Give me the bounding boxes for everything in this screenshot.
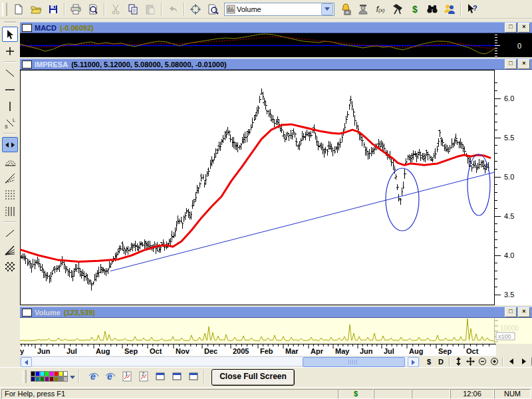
undo-button[interactable] <box>165 2 181 17</box>
palette-swatch[interactable] <box>63 376 68 382</box>
macd-plot[interactable]: 0 <box>20 33 532 57</box>
metastock-full-screen-window: { "top_toolbar": { "dropdown": {"value":… <box>0 0 532 399</box>
crosshair-button[interactable] <box>2 43 18 59</box>
price-axis-label: 3.5 <box>504 291 514 299</box>
report-1-button[interactable]: 1 <box>118 368 135 384</box>
toolbar-separator <box>3 133 17 134</box>
palette-swatch[interactable] <box>40 376 45 382</box>
options-dollar-button[interactable]: $ <box>407 2 423 17</box>
horizontal-scrollbar[interactable] <box>20 356 420 366</box>
vertical-line-button[interactable] <box>2 98 18 114</box>
maximize-button[interactable]: □ <box>505 23 517 33</box>
toolbar-grip[interactable] <box>2 3 7 16</box>
copy-button[interactable] <box>125 2 141 17</box>
close-button[interactable]: × <box>518 59 530 69</box>
palette-swatch[interactable] <box>40 371 45 376</box>
scroll-arrows-button[interactable] <box>2 137 18 152</box>
toolbar-separator <box>502 358 503 366</box>
palette-more-button[interactable] <box>68 373 76 381</box>
window-layout-2-button[interactable] <box>168 368 185 384</box>
scrollbar-right-button[interactable] <box>408 357 419 367</box>
trendline-up-button[interactable] <box>2 225 18 241</box>
palette-swatch[interactable] <box>35 371 40 376</box>
fibonacci-retracement-button[interactable] <box>2 187 18 202</box>
price-pane-titlebar[interactable]: IMPRESA (5.11000, 5.12000, 5.08000, 5.08… <box>20 59 532 70</box>
crosshatch-button[interactable] <box>2 259 18 274</box>
scrollbar-thumb[interactable] <box>303 357 405 367</box>
palette-swatch[interactable] <box>49 371 54 376</box>
zoom-out-button[interactable] <box>476 356 488 367</box>
volume-plot[interactable]: 10000x100 <box>20 318 532 344</box>
maximize-button[interactable]: □ <box>505 59 517 69</box>
close-button[interactable]: × <box>518 307 530 317</box>
palette-swatch[interactable] <box>49 376 54 382</box>
system-tester-button[interactable] <box>442 2 458 17</box>
price-axis-label: 6.0 <box>504 94 514 102</box>
print-preview-button[interactable] <box>85 2 101 17</box>
speed-lines-button[interactable] <box>2 242 18 257</box>
chart-list-button[interactable] <box>529 356 532 367</box>
chart-browser-alt-button[interactable]: e <box>102 368 118 384</box>
svg-text:1: 1 <box>125 371 128 377</box>
page-right-button[interactable] <box>517 356 529 367</box>
chart-browser-button[interactable]: e <box>85 368 102 384</box>
toolbar-grip[interactable] <box>23 370 27 383</box>
palette-swatch[interactable] <box>63 371 68 376</box>
palette-swatch[interactable] <box>54 371 59 376</box>
refresh-dollar-button[interactable]: $ <box>423 356 435 367</box>
window-layout-1-button[interactable] <box>152 368 168 384</box>
page-left-button[interactable] <box>505 356 517 367</box>
zoom-page-button[interactable] <box>205 2 221 17</box>
indicator-dropdown[interactable]: Volume <box>224 3 334 16</box>
price-axis-label: 4.5 <box>504 212 514 220</box>
cut-button[interactable] <box>108 2 124 17</box>
report-2-button[interactable]: 2 <box>135 368 152 384</box>
close-full-screen-button[interactable]: Close Full Screen <box>211 369 295 386</box>
palette-swatch[interactable] <box>31 376 35 382</box>
month-label: Aug <box>409 347 423 355</box>
palette-swatch[interactable] <box>59 371 63 376</box>
expert-advisor-button[interactable] <box>355 2 371 17</box>
horizontal-line-button[interactable] <box>2 82 18 97</box>
pan-button[interactable] <box>464 356 476 367</box>
new-document-button[interactable] <box>11 2 27 17</box>
dropdown-arrow-button[interactable] <box>321 3 333 15</box>
fibonacci-fan-button[interactable] <box>2 170 18 186</box>
palette-swatch[interactable] <box>54 376 59 382</box>
macd-pane-titlebar[interactable]: MACD (-0.06092) □ × <box>20 22 532 33</box>
trendline-down-button[interactable] <box>2 65 18 80</box>
paste-button[interactable] <box>142 2 158 17</box>
crosshair-target-button[interactable] <box>188 2 203 17</box>
alert-button[interactable] <box>338 2 354 17</box>
volume-pane-titlebar[interactable]: Volume (123,539) □ × <box>20 307 532 318</box>
semilog-button[interactable]: SL <box>2 115 18 130</box>
explorer-button[interactable] <box>390 2 406 17</box>
save-button[interactable] <box>45 2 61 17</box>
month-label: Oct <box>466 347 479 355</box>
print-button[interactable] <box>68 2 84 17</box>
window-layout-3-button[interactable] <box>185 368 201 384</box>
palette-swatch[interactable] <box>31 371 35 376</box>
status-currency: $ <box>338 389 374 399</box>
zoom-in-button[interactable] <box>488 356 500 367</box>
palette-swatch[interactable] <box>35 376 40 382</box>
fibonacci-arcs-button[interactable] <box>2 154 18 169</box>
scrollbar-left-button[interactable] <box>21 357 32 367</box>
indicator-builder-button[interactable]: f(x) <box>372 2 388 17</box>
palette-swatch[interactable] <box>59 376 63 382</box>
close-button[interactable]: × <box>518 23 530 33</box>
palette-swatch[interactable] <box>45 376 49 382</box>
volume-pane-value: (123,539) <box>64 309 95 317</box>
daily-period-button[interactable]: D <box>435 356 447 367</box>
help-pointer-button[interactable]: ? <box>464 2 480 17</box>
palette-swatch[interactable] <box>45 371 49 376</box>
price-plot[interactable]: 6.05.55.04.54.03.5 <box>20 70 532 305</box>
toolbar-grip[interactable] <box>4 21 16 23</box>
svg-text:?: ? <box>473 4 477 12</box>
maximize-button[interactable]: □ <box>505 307 517 317</box>
find-button[interactable] <box>424 2 440 17</box>
open-folder-button[interactable] <box>28 2 44 17</box>
pointer-button[interactable] <box>2 27 18 42</box>
fit-vertical-button[interactable] <box>452 356 464 367</box>
fibonacci-timezones-button[interactable] <box>2 203 18 219</box>
